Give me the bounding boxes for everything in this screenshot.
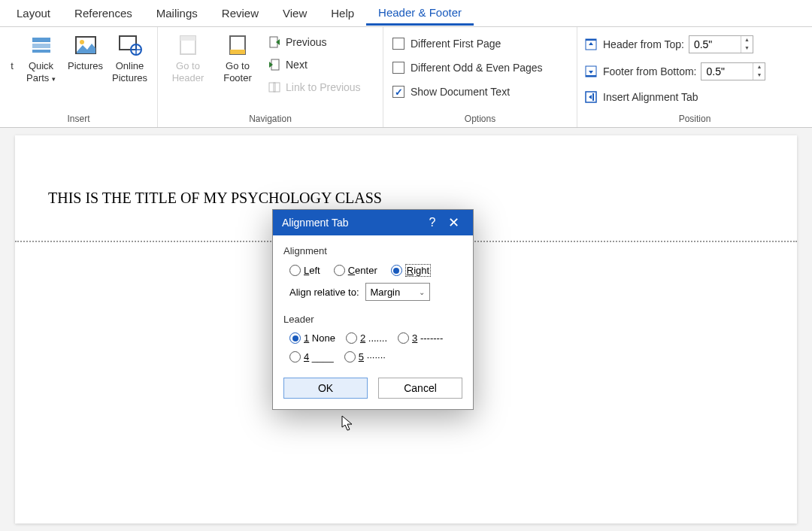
online-pictures-button[interactable]: Online Pictures: [108, 30, 151, 86]
align-relative-label: Align relative to:: [289, 287, 359, 298]
tab-help[interactable]: Help: [319, 2, 366, 24]
spin-up-icon[interactable]: ▲: [753, 63, 765, 71]
group-insert-label: Insert: [6, 112, 151, 126]
link-to-previous-button[interactable]: Link to Previous: [263, 78, 365, 96]
previous-button[interactable]: Previous: [263, 33, 365, 51]
svg-rect-1: [32, 44, 50, 48]
footer-bottom-icon: [583, 64, 598, 79]
leader-1-none-radio[interactable]: 1 None: [289, 332, 335, 344]
group-navigation-label: Navigation: [164, 112, 377, 126]
dialog-title: Alignment Tab: [282, 217, 422, 229]
partial-button[interactable]: t: [6, 30, 18, 75]
group-position: Header from Top: ▲▼ Footer from Bottom: …: [577, 27, 812, 127]
show-document-text-checkbox[interactable]: Show Document Text: [389, 83, 546, 101]
spin-down-icon[interactable]: ▼: [741, 44, 753, 53]
group-navigation: Go to Header Go to Footer Previous Next: [158, 27, 383, 127]
checkbox-icon: [392, 38, 404, 50]
leader-3-radio[interactable]: 3 -------: [398, 332, 443, 344]
chevron-down-icon: ⌄: [419, 288, 425, 296]
align-left-radio[interactable]: LLefteft: [289, 265, 320, 276]
svg-rect-14: [274, 83, 280, 92]
link-previous-icon: [268, 80, 281, 94]
header-top-label: Header from Top:: [603, 38, 684, 50]
group-position-label: Position: [583, 112, 806, 126]
header-top-input[interactable]: ▲▼: [689, 35, 753, 53]
leader-5-radio[interactable]: 5 ·······: [344, 351, 386, 363]
footer-bottom-label: Footer from Bottom:: [603, 65, 696, 77]
cancel-button[interactable]: Cancel: [378, 378, 462, 399]
leader-group-label: Leader: [283, 314, 462, 325]
tab-mailings[interactable]: Mailings: [144, 2, 210, 24]
alignment-tab-icon: [583, 90, 598, 105]
tab-references[interactable]: References: [62, 2, 144, 24]
goto-header-icon: [176, 33, 200, 57]
svg-rect-0: [32, 38, 50, 42]
ribbon: t Quick Parts ▾ Pictures Online Pictures: [0, 27, 812, 128]
quick-parts-icon: [29, 33, 53, 57]
group-insert: t Quick Parts ▾ Pictures Online Pictures: [0, 27, 158, 127]
next-icon: [268, 58, 281, 71]
group-options: Different First Page Different Odd & Eve…: [383, 27, 577, 127]
close-button[interactable]: ✕: [443, 214, 464, 231]
spin-up-icon[interactable]: ▲: [741, 36, 753, 44]
svg-rect-2: [32, 50, 50, 53]
checkbox-checked-icon: [392, 86, 404, 98]
alignment-tab-dialog: Alignment Tab ? ✕ Alignment LLefteft Cen…: [272, 209, 474, 410]
ok-button[interactable]: OK: [283, 378, 368, 399]
svg-point-4: [80, 40, 84, 44]
next-button[interactable]: Next: [263, 56, 365, 74]
tab-review[interactable]: Review: [210, 2, 271, 24]
online-pictures-icon: [118, 33, 142, 57]
group-options-label: Options: [389, 112, 571, 126]
align-center-radio[interactable]: Center: [334, 265, 377, 276]
svg-rect-13: [269, 83, 275, 92]
header-text[interactable]: THIS IS THE TITLE OF MY PSYCHOLOGY CLASS: [48, 190, 764, 207]
footer-bottom-input[interactable]: ▲▼: [701, 62, 765, 80]
svg-rect-5: [120, 36, 136, 50]
checkbox-icon: [392, 62, 404, 74]
different-odd-even-checkbox[interactable]: Different Odd & Even Pages: [389, 59, 546, 77]
previous-icon: [268, 35, 281, 49]
tab-layout[interactable]: Layout: [5, 2, 62, 24]
alignment-group-label: Alignment: [283, 245, 462, 256]
pictures-button[interactable]: Pictures: [64, 30, 107, 75]
align-right-radio[interactable]: Right: [391, 264, 431, 277]
different-first-page-checkbox[interactable]: Different First Page: [389, 35, 546, 53]
goto-footer-icon: [226, 33, 250, 57]
align-relative-combo[interactable]: Margin ⌄: [365, 283, 430, 301]
goto-footer-button[interactable]: Go to Footer: [214, 30, 262, 86]
leader-2-radio[interactable]: 2 .......: [346, 332, 387, 344]
goto-header-button[interactable]: Go to Header: [164, 30, 212, 86]
pictures-icon: [74, 33, 98, 57]
help-button[interactable]: ?: [422, 216, 443, 229]
svg-rect-8: [180, 36, 195, 41]
ribbon-tabstrip: Layout References Mailings Review View H…: [0, 0, 812, 27]
svg-rect-10: [230, 50, 245, 54]
quick-parts-button[interactable]: Quick Parts ▾: [20, 30, 62, 86]
leader-4-radio[interactable]: 4 ____: [289, 351, 334, 363]
spin-down-icon[interactable]: ▼: [753, 71, 765, 80]
dialog-titlebar[interactable]: Alignment Tab ? ✕: [273, 210, 473, 235]
tab-header-footer[interactable]: Header & Footer: [366, 2, 474, 26]
insert-alignment-tab-button[interactable]: Insert Alignment Tab: [583, 87, 765, 107]
header-top-icon: [583, 37, 598, 52]
tab-view[interactable]: View: [271, 2, 319, 24]
